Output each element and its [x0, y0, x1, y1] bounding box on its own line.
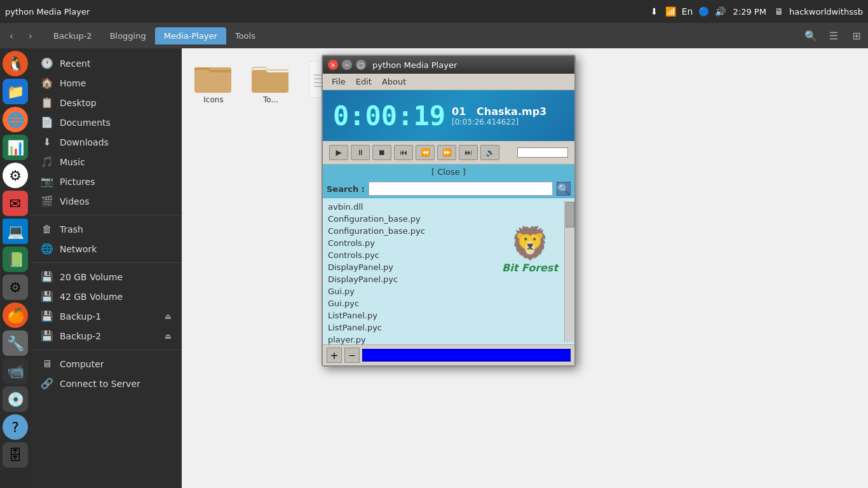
scrollbar-thumb[interactable]: [566, 202, 574, 227]
track-info: 01 Chaska.mp3 [0:03:26.414622]: [452, 105, 546, 126]
playlist-item[interactable]: Gui.pyc: [323, 297, 564, 309]
search-input[interactable]: [369, 182, 553, 196]
sidebar-item-20gb[interactable]: 💾 20 GB Volume: [31, 267, 182, 287]
dock-ubuntu[interactable]: 🐧: [3, 51, 28, 76]
sidebar-item-computer[interactable]: 🖥 Computer: [31, 354, 182, 374]
forward-button[interactable]: ›: [22, 27, 39, 44]
volume-button[interactable]: 🔊: [480, 145, 499, 160]
playlist-scrollbar[interactable]: [564, 201, 574, 342]
dock-email[interactable]: ✉: [3, 191, 28, 216]
tab-backup2[interactable]: Backup-2: [44, 27, 101, 44]
fastforward-button[interactable]: ⏩: [437, 145, 456, 160]
computer-icon: 🖥: [41, 358, 53, 370]
minimize-button[interactable]: −: [342, 60, 352, 70]
back-button[interactable]: ‹: [3, 27, 20, 44]
track-number: 01: [452, 105, 466, 118]
pause-button[interactable]: ⏸: [351, 145, 370, 160]
playlist-item[interactable]: Configuration_base.pyc: [323, 225, 564, 237]
sidebar-item-42gb[interactable]: 💾 42 GB Volume: [31, 287, 182, 306]
progress-bar[interactable]: [362, 349, 571, 362]
next-button[interactable]: ⏭: [459, 145, 478, 160]
sidebar-item-videos[interactable]: 🎬 Videos: [31, 191, 182, 211]
prev-button[interactable]: ⏮: [394, 145, 413, 160]
view-button[interactable]: ☰: [825, 27, 843, 44]
playlist-item[interactable]: Controls.pyc: [323, 249, 564, 261]
dock-storage2[interactable]: 🗄: [3, 442, 28, 468]
dock-system[interactable]: ⚙: [3, 274, 28, 300]
dock-storage[interactable]: 💿: [3, 386, 28, 412]
close-button[interactable]: ✕: [328, 60, 338, 70]
tab-tools[interactable]: Tools: [226, 27, 264, 44]
nav-arrows: ‹ ›: [3, 27, 39, 44]
dock-browser[interactable]: 🌐: [3, 107, 28, 132]
sidebar-item-desktop[interactable]: 📋 Desktop: [31, 93, 182, 112]
rewind-button[interactable]: ⏪: [416, 145, 435, 160]
playlist-bottom-bar: + −: [323, 344, 574, 365]
menu-edit[interactable]: Edit: [351, 75, 377, 88]
menu-file[interactable]: File: [327, 75, 351, 88]
close-playlist-button[interactable]: [ Close ]: [323, 165, 574, 179]
sidebar-item-downloads[interactable]: ⬇ Downloads: [31, 132, 182, 152]
sidebar-label-recent: Recent: [60, 58, 90, 69]
file-item-to[interactable]: To...: [252, 61, 290, 104]
volume20-icon: 💾: [41, 271, 53, 283]
music-icon: 🎵: [41, 156, 53, 168]
dock-tools[interactable]: 🔧: [3, 330, 28, 356]
sidebar-item-pictures[interactable]: 📷 Pictures: [31, 172, 182, 191]
sidebar-label-videos: Videos: [60, 196, 90, 207]
menu-about[interactable]: About: [377, 75, 411, 88]
dock-vscode[interactable]: 💻: [3, 219, 28, 244]
search-submit-button[interactable]: 🔍: [557, 182, 571, 196]
playlist-item[interactable]: DisplayPanel.py: [323, 261, 564, 273]
playlist-item[interactable]: ListPanel.py: [323, 309, 564, 322]
sidebar-item-recent[interactable]: 🕐 Recent: [31, 53, 182, 73]
eject-backup2[interactable]: ⏏: [165, 332, 172, 341]
play-button[interactable]: ▶: [329, 145, 348, 160]
playlist-item[interactable]: player.py: [323, 334, 564, 344]
dock-excel[interactable]: 📗: [3, 247, 28, 272]
playlist-item[interactable]: ListPanel.pyc: [323, 322, 564, 334]
sidebar-item-backup1[interactable]: 💾 Backup-1 ⏏: [31, 306, 182, 326]
add-track-button[interactable]: +: [327, 348, 342, 363]
sidebar-label-network: Network: [60, 244, 97, 254]
apps-button[interactable]: ⊞: [848, 27, 865, 44]
eject-backup1[interactable]: ⏏: [165, 312, 172, 321]
monitor-icon: 🖥: [773, 5, 785, 18]
file-item-icons[interactable]: Icons: [194, 61, 233, 104]
dock-chrome[interactable]: ⚙: [3, 163, 28, 188]
stop-button[interactable]: ⏹: [372, 145, 391, 160]
sidebar-label-music: Music: [60, 157, 85, 167]
volume42-icon: 💾: [41, 290, 53, 302]
dock-files[interactable]: 📁: [3, 79, 28, 104]
sidebar-label-backup1: Backup-1: [60, 311, 101, 322]
search-button[interactable]: 🔍: [802, 27, 820, 44]
tab-media-player[interactable]: Media-Player: [155, 27, 226, 44]
tab-blogging[interactable]: Blogging: [101, 27, 155, 44]
maximize-button[interactable]: □: [356, 60, 366, 70]
username: hackworldwithssb: [789, 7, 863, 17]
media-player-titlebar: ✕ − □ python Media Player: [323, 56, 574, 74]
sidebar-item-network[interactable]: 🌐 Network: [31, 239, 182, 259]
sidebar-item-home[interactable]: 🏠 Home: [31, 73, 182, 93]
playlist-item[interactable]: Controls.py: [323, 237, 564, 249]
dock: 🐧 📁 🌐 📊 ⚙ ✉ 💻 📗 ⚙ 🍊 🔧 📹 💿 ? 🗄: [0, 48, 31, 488]
sidebar-item-backup2[interactable]: 💾 Backup-2 ⏏: [31, 326, 182, 346]
sidebar-item-documents[interactable]: 📄 Documents: [31, 112, 182, 132]
dock-orange[interactable]: 🍊: [3, 302, 28, 328]
dock-video[interactable]: 📹: [3, 358, 28, 384]
volume-icon[interactable]: 🔊: [714, 5, 727, 18]
sidebar-item-trash[interactable]: 🗑 Trash: [31, 219, 182, 239]
playlist-item[interactable]: DisplayPanel.pyc: [323, 273, 564, 285]
playlist-item[interactable]: avbin.dll: [323, 201, 564, 213]
dock-help[interactable]: ?: [3, 414, 28, 440]
playlist-item[interactable]: Configuration_base.py: [323, 213, 564, 225]
download-tray-icon[interactable]: ⬇: [648, 5, 661, 18]
dock-spreadsheet[interactable]: 📊: [3, 135, 28, 160]
track-name: 01 Chaska.mp3: [452, 105, 546, 118]
playlist-item[interactable]: Gui.py: [323, 285, 564, 297]
bluetooth-icon[interactable]: 🔵: [698, 5, 710, 18]
remove-track-button[interactable]: −: [344, 348, 360, 363]
sidebar-item-music[interactable]: 🎵 Music: [31, 152, 182, 172]
sidebar-item-connect-server[interactable]: 🔗 Connect to Server: [31, 374, 182, 393]
volume-slider[interactable]: [517, 147, 568, 158]
